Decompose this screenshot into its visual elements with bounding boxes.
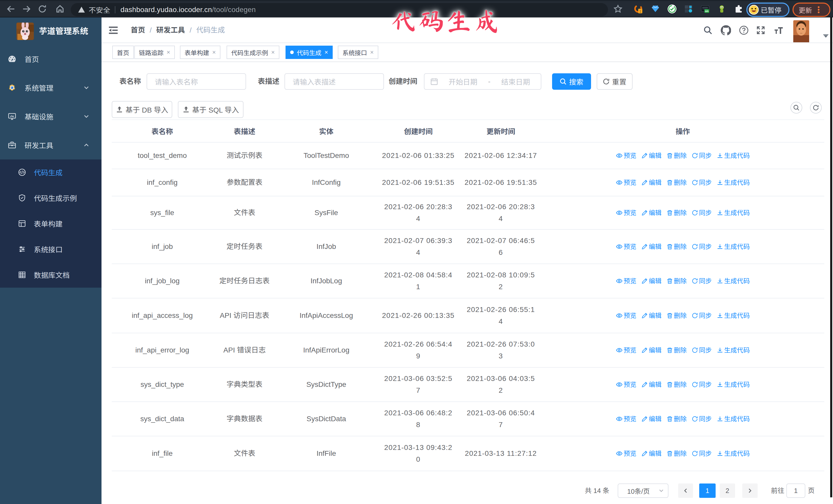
svg-text:1: 1 — [639, 9, 641, 13]
svg-text:on: on — [705, 9, 709, 13]
